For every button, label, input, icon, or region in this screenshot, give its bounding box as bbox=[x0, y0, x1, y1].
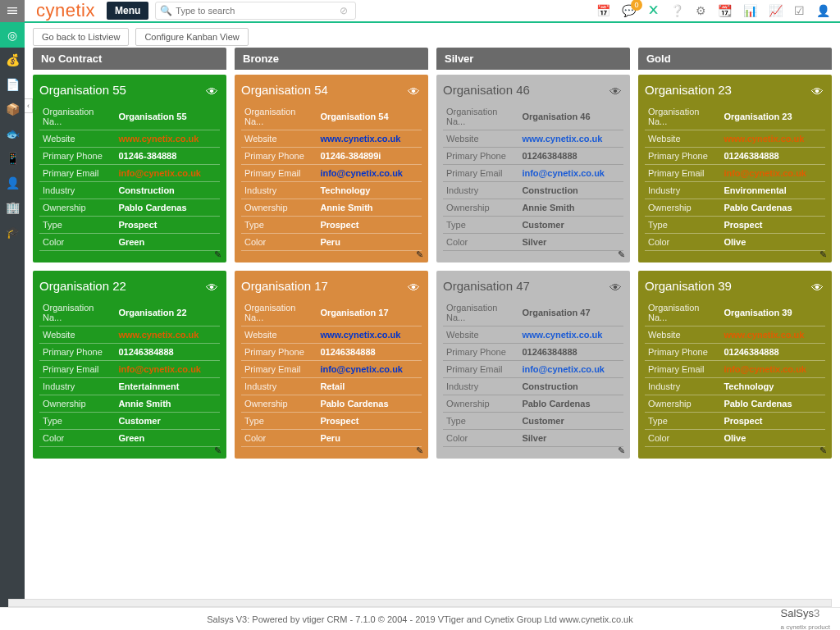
back-to-listview-button[interactable]: Go back to Listview bbox=[33, 28, 129, 46]
field-label: Industry bbox=[443, 182, 518, 199]
field-value[interactable]: info@cynetix.co.uk bbox=[720, 361, 825, 378]
kanban-card[interactable]: Organisation 54👁Organisation Na...Organi… bbox=[235, 75, 428, 262]
configure-kanban-button[interactable]: Configure Kanban View bbox=[135, 28, 248, 46]
sidebar-item-graduate[interactable]: 🎓 bbox=[0, 220, 25, 244]
column-header: No Contract bbox=[33, 48, 226, 70]
column-body[interactable]: Organisation 55👁Organisation Na...Organi… bbox=[33, 75, 231, 597]
field-value[interactable]: www.cynetix.co.uk bbox=[317, 326, 422, 344]
edit-icon[interactable]: ✎ bbox=[416, 445, 423, 456]
card-title: Organisation 17👁 bbox=[241, 276, 422, 299]
sidebar-item-fish[interactable]: 🐟 bbox=[0, 121, 25, 146]
field-value[interactable]: www.cynetix.co.uk bbox=[720, 130, 825, 148]
field-label: Organisation Na... bbox=[443, 103, 518, 130]
field-value[interactable]: info@cynetix.co.uk bbox=[317, 165, 422, 182]
bar-chart-icon[interactable]: 📊 bbox=[743, 4, 757, 17]
checkbox-icon[interactable]: ☑ bbox=[794, 4, 805, 17]
edit-icon[interactable]: ✎ bbox=[819, 445, 827, 456]
field-value[interactable]: info@cynetix.co.uk bbox=[317, 361, 422, 378]
field-value[interactable]: info@cynetix.co.uk bbox=[518, 361, 623, 378]
card-row: Primary Emailinfo@cynetix.co.uk bbox=[39, 165, 220, 182]
field-label: Website bbox=[645, 326, 720, 344]
help-icon[interactable]: ❔ bbox=[670, 4, 684, 17]
column-body[interactable]: Organisation 23👁Organisation Na...Organi… bbox=[638, 75, 832, 597]
calendar-icon[interactable]: 📆 bbox=[718, 4, 732, 17]
kanban-card[interactable]: Organisation 46👁Organisation Na...Organi… bbox=[436, 75, 630, 262]
sidebar-item-money[interactable]: 💰 bbox=[0, 48, 25, 72]
eye-icon[interactable]: 👁 bbox=[609, 84, 622, 98]
eye-icon[interactable]: 👁 bbox=[609, 281, 622, 294]
edit-icon[interactable]: ✎ bbox=[618, 445, 625, 456]
search-input[interactable] bbox=[155, 2, 356, 20]
eye-icon[interactable]: 👁 bbox=[408, 281, 420, 294]
kanban-card[interactable]: Organisation 17👁Organisation Na...Organi… bbox=[235, 271, 428, 459]
field-value[interactable]: info@cynetix.co.uk bbox=[115, 361, 220, 378]
notifications-icon[interactable]: 💬0 bbox=[622, 4, 636, 17]
horizontal-scrollbar[interactable] bbox=[8, 599, 832, 607]
footer-text: Salsys V3: Powered by vtiger CRM - 7.1.0… bbox=[207, 614, 632, 624]
field-value: Annie Smith bbox=[115, 395, 220, 413]
card-row: TypeProspect bbox=[645, 413, 825, 430]
user-icon[interactable]: 👤 bbox=[816, 4, 830, 17]
column-header: Gold bbox=[638, 48, 832, 70]
field-value: Customer bbox=[115, 413, 220, 430]
field-value[interactable]: info@cynetix.co.uk bbox=[518, 165, 623, 182]
kanban-card[interactable]: Organisation 55👁Organisation Na...Organi… bbox=[33, 75, 226, 262]
card-title: Organisation 55👁 bbox=[39, 80, 220, 103]
field-value: Olive bbox=[720, 234, 825, 251]
card-fields: Organisation Na...Organisation 47Website… bbox=[443, 299, 623, 447]
field-value[interactable]: www.cynetix.co.uk bbox=[115, 326, 220, 344]
edit-icon[interactable]: ✎ bbox=[618, 249, 625, 260]
card-row: Organisation Na...Organisation 39 bbox=[645, 299, 825, 326]
card-row: TypeProspect bbox=[241, 217, 422, 234]
kanban-card[interactable]: Organisation 23👁Organisation Na...Organi… bbox=[638, 75, 832, 262]
column-body[interactable]: Organisation 46👁Organisation Na...Organi… bbox=[436, 75, 635, 597]
eye-icon[interactable]: 👁 bbox=[811, 281, 824, 294]
column-body[interactable]: Organisation 54👁Organisation Na...Organi… bbox=[235, 75, 433, 597]
sidebar-item-building[interactable]: 🏢 bbox=[0, 195, 25, 220]
card-row: Primary Phone01246384888 bbox=[443, 148, 623, 165]
area-chart-icon[interactable]: 📈 bbox=[769, 4, 783, 17]
field-value[interactable]: www.cynetix.co.uk bbox=[518, 130, 623, 148]
calendar-today-icon[interactable]: 📅 bbox=[596, 4, 610, 17]
field-value[interactable]: www.cynetix.co.uk bbox=[720, 326, 825, 344]
card-fields: Organisation Na...Organisation 39Website… bbox=[645, 299, 825, 447]
card-fields: Organisation Na...Organisation 54Website… bbox=[241, 103, 422, 251]
edit-icon[interactable]: ✎ bbox=[416, 249, 423, 260]
eye-icon[interactable]: 👁 bbox=[206, 281, 218, 294]
card-row: Websitewww.cynetix.co.uk bbox=[39, 326, 220, 344]
field-value[interactable]: www.cynetix.co.uk bbox=[518, 326, 623, 344]
field-label: Ownership bbox=[443, 395, 518, 413]
header-icons: 📅 💬0 ❔ ⚙ 📆 📊 📈 ☑ 👤 bbox=[596, 4, 840, 18]
app-logo-icon[interactable] bbox=[647, 4, 659, 18]
sidebar-item-device[interactable]: 📱 bbox=[0, 146, 25, 171]
field-value[interactable]: info@cynetix.co.uk bbox=[115, 165, 220, 182]
sidebar-item-person[interactable]: 👤 bbox=[0, 171, 25, 195]
card-row: OwnershipPablo Cardenas bbox=[39, 199, 220, 217]
eye-icon[interactable]: 👁 bbox=[811, 84, 824, 98]
clear-search-icon[interactable]: ⊘ bbox=[340, 5, 348, 16]
kanban-card[interactable]: Organisation 47👁Organisation Na...Organi… bbox=[436, 271, 630, 459]
kanban-card[interactable]: Organisation 22👁Organisation Na...Organi… bbox=[33, 271, 226, 459]
field-value[interactable]: www.cynetix.co.uk bbox=[115, 130, 220, 148]
card-row: ColorPeru bbox=[241, 234, 422, 251]
eye-icon[interactable]: 👁 bbox=[206, 84, 218, 98]
menu-button[interactable]: Menu bbox=[107, 2, 148, 20]
hamburger-menu[interactable] bbox=[0, 0, 25, 22]
sidebar-item-box[interactable]: 📦 bbox=[0, 97, 25, 121]
sidebar-item-target[interactable]: ◎ bbox=[0, 23, 25, 48]
kanban-card[interactable]: Organisation 39👁Organisation Na...Organi… bbox=[638, 271, 832, 459]
settings-icon[interactable]: ⚙ bbox=[696, 4, 706, 17]
field-label: Ownership bbox=[39, 395, 115, 413]
card-row: OwnershipPablo Cardenas bbox=[645, 395, 825, 413]
edit-icon[interactable]: ✎ bbox=[819, 249, 827, 260]
field-value[interactable]: info@cynetix.co.uk bbox=[720, 165, 825, 182]
sidebar-item-document[interactable]: 📄 bbox=[0, 72, 25, 97]
collapse-sidebar[interactable]: ‹ bbox=[25, 98, 33, 113]
edit-icon[interactable]: ✎ bbox=[214, 445, 221, 456]
card-row: OwnershipPablo Cardenas bbox=[241, 395, 422, 413]
edit-icon[interactable]: ✎ bbox=[214, 249, 221, 260]
field-label: Website bbox=[443, 130, 518, 148]
card-row: Organisation Na...Organisation 46 bbox=[443, 103, 623, 130]
eye-icon[interactable]: 👁 bbox=[408, 84, 420, 98]
field-value[interactable]: www.cynetix.co.uk bbox=[317, 130, 422, 148]
